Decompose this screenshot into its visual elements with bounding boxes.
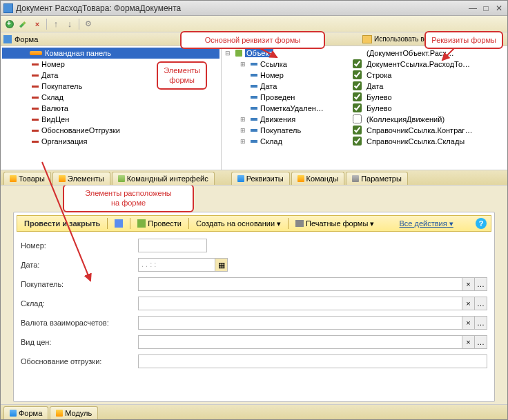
minus-icon — [32, 86, 39, 88]
callout-elements: Элементы формы — [157, 61, 207, 90]
elements-panel: Форма Командная панельНомерДатаПокупател… — [1, 32, 222, 170]
tab-elements[interactable]: Элементы — [52, 172, 110, 185]
field-icon — [251, 96, 257, 99]
tree-item-видцен[interactable]: ВидЦен — [2, 114, 219, 125]
req-row[interactable]: ДатаДата — [223, 81, 506, 92]
calendar-icon[interactable]: ▦ — [215, 259, 227, 271]
panel-title: Форма — [14, 35, 38, 43]
req-label: Склад — [260, 137, 282, 146]
requisites-tree[interactable]: ⊟Объект(ДокументОбъект.Расх…⊞СсылкаДокум… — [222, 46, 507, 170]
field-input[interactable]: …× — [138, 277, 487, 291]
req-row[interactable]: ⊞СсылкаДокументСсылка.РасходТо… — [223, 59, 506, 70]
req-row[interactable]: ⊞ПокупательСправочникСсылка.Контраг… — [223, 125, 506, 136]
type-label: (ДокументОбъект.Расх… — [367, 49, 506, 57]
help-button[interactable]: ? — [476, 218, 487, 229]
tree-item-label: ОбоснованиеОтгрузки — [41, 126, 120, 134]
field-row: Склад:…× — [21, 297, 487, 310]
use-checkbox[interactable] — [353, 81, 362, 90]
print-button[interactable]: Печатные формы ▾ — [293, 219, 377, 229]
x-icon: × — [35, 20, 39, 28]
save-icon — [115, 219, 123, 228]
tree-item-склад[interactable]: Склад — [2, 92, 219, 103]
tab-icon — [237, 175, 244, 182]
use-checkbox[interactable] — [353, 59, 362, 68]
close-button[interactable]: ✕ — [494, 3, 505, 13]
tree-item-обоснованиеотгрузки[interactable]: ОбоснованиеОтгрузки — [2, 125, 219, 136]
type-label: СправочникСсылка.Контраг… — [367, 126, 506, 134]
field-label: Номер: — [21, 241, 138, 250]
tabs-row: Товары Элементы Командный интерфейс Рекв… — [1, 170, 507, 186]
tree-item-командная панель[interactable]: Командная панель — [2, 48, 219, 59]
clear-button[interactable]: × — [462, 297, 474, 310]
down-button[interactable]: ↓ — [63, 18, 76, 30]
field-icon — [251, 129, 257, 132]
tree-item-label: Покупатель — [41, 82, 82, 90]
preview-toolbar: Провести и закрыть Провести Создать на о… — [17, 215, 491, 232]
lookup-button[interactable]: … — [474, 336, 487, 348]
field-icon — [251, 74, 257, 77]
tab-module[interactable]: Модуль — [50, 406, 98, 419]
up-button[interactable]: ↑ — [50, 18, 62, 30]
field-row: Валюта взаиморасчетов:…× — [21, 316, 487, 330]
maximize-button[interactable]: □ — [480, 3, 491, 13]
expander-icon[interactable]: ⊞ — [240, 127, 246, 134]
object-root[interactable]: Объект — [245, 49, 273, 57]
edit-button[interactable] — [17, 18, 30, 30]
req-label: Номер — [260, 71, 284, 79]
tree-item-label: Командная панель — [45, 49, 111, 57]
use-checkbox[interactable] — [353, 114, 362, 123]
req-row[interactable]: ПометкаУдален…Булево — [223, 103, 506, 114]
tab-cmd-interface[interactable]: Командный интерфейс — [112, 172, 215, 185]
use-checkbox[interactable] — [353, 126, 362, 134]
minus-icon — [32, 130, 39, 132]
lookup-button[interactable]: … — [474, 297, 487, 310]
field-row: Вид цен:…× — [21, 335, 487, 349]
expander-icon[interactable]: ⊞ — [240, 116, 246, 123]
field-input[interactable] — [138, 239, 207, 252]
clear-button[interactable]: × — [462, 278, 474, 290]
conduct-button[interactable]: Провести — [135, 219, 184, 228]
arrow-up-icon: ↑ — [54, 19, 59, 29]
field-input[interactable]: …× — [138, 316, 487, 330]
save-button[interactable] — [112, 219, 126, 228]
all-actions-link[interactable]: Все действия ▾ — [400, 219, 453, 228]
preview-form: Провести и закрыть Провести Создать на о… — [13, 212, 495, 402]
bar-icon — [30, 51, 42, 55]
field-input[interactable] — [138, 354, 487, 368]
field-input[interactable]: . . : :▦ — [138, 258, 228, 272]
create-base-button[interactable]: Создать на основании ▾ — [193, 219, 284, 229]
add-button[interactable] — [3, 18, 16, 30]
field-input[interactable]: …× — [138, 335, 487, 349]
tree-item-организация[interactable]: Организация — [2, 136, 219, 147]
delete-button[interactable]: × — [31, 18, 43, 30]
expander-icon[interactable]: ⊞ — [240, 138, 246, 145]
use-checkbox[interactable] — [353, 92, 362, 101]
use-checkbox[interactable] — [353, 70, 362, 79]
clear-button[interactable]: × — [462, 317, 474, 329]
tab-form[interactable]: Форма — [3, 406, 48, 419]
minus-icon — [32, 119, 39, 121]
pencil-icon — [19, 20, 28, 28]
tab-commands[interactable]: Команды — [291, 172, 345, 185]
conduct-close-button[interactable]: Провести и закрыть — [21, 219, 103, 228]
field-input[interactable]: …× — [138, 297, 487, 310]
clear-button[interactable]: × — [462, 336, 474, 348]
props-button[interactable]: ⚙ — [82, 18, 95, 30]
req-row[interactable]: ⊞Движения(КоллекцияДвижений) — [223, 114, 506, 125]
tab-params[interactable]: Параметры — [346, 172, 408, 185]
tree-item-валюта[interactable]: Валюта — [2, 103, 219, 114]
req-row[interactable]: НомерСтрока — [223, 70, 506, 81]
req-row[interactable]: ⊞СкладСправочникСсылка.Склады — [223, 136, 506, 147]
minimize-button[interactable]: — — [467, 3, 478, 13]
field-row: Номер: — [21, 239, 487, 252]
tab-requisites[interactable]: Реквизиты — [231, 172, 290, 185]
type-label: Строка — [367, 71, 506, 79]
use-checkbox[interactable] — [353, 103, 362, 112]
expander-icon[interactable]: ⊟ — [224, 50, 231, 57]
tab-tovary[interactable]: Товары — [3, 172, 51, 185]
use-checkbox[interactable] — [353, 137, 362, 146]
lookup-button[interactable]: … — [474, 278, 487, 290]
lookup-button[interactable]: … — [474, 317, 487, 329]
req-row[interactable]: ПроведенБулево — [223, 92, 506, 103]
expander-icon[interactable]: ⊞ — [240, 61, 246, 68]
